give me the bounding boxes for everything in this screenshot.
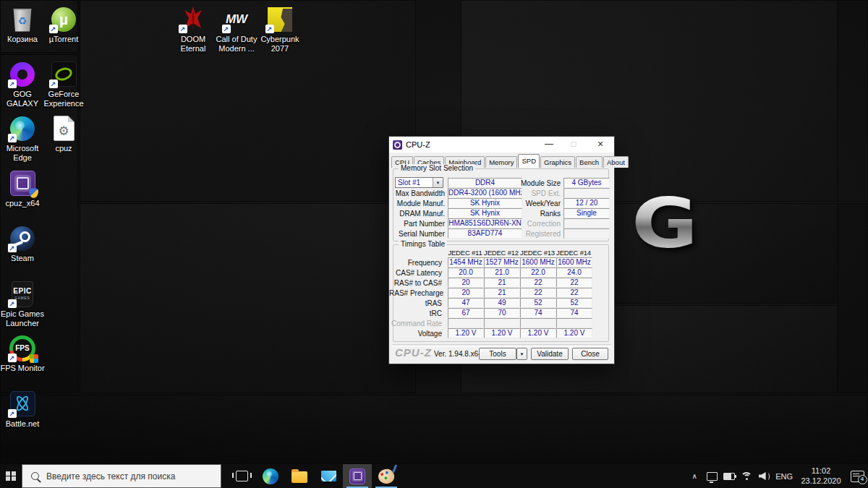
tools-dropdown-button[interactable]: ▼ — [516, 348, 527, 360]
tab-graphics[interactable]: Graphics — [540, 156, 575, 168]
action-center-button[interactable]: 4 — [849, 471, 865, 482]
desktop-icon-cyberpunk-2077[interactable]: ↗ Cyberpunk 2077 — [258, 6, 302, 53]
chevron-down-icon[interactable]: ▼ — [433, 178, 443, 187]
clock[interactable]: 11:02 23.12.2020 — [799, 466, 843, 487]
taskbar-cpuz-button[interactable] — [343, 464, 372, 488]
tab-spd[interactable]: SPD — [518, 154, 540, 168]
clock-date: 23.12.2020 — [799, 476, 843, 487]
desktop-icon-geforce-experience[interactable]: ↗ GeForce Experience — [41, 61, 86, 108]
column-header: JEDEC #11 — [448, 249, 482, 257]
correction-field — [563, 218, 610, 228]
timing-cell: 1600 MHz — [520, 257, 556, 267]
field-label: Correction — [519, 219, 561, 228]
icon-label: DOOM Eternal — [171, 35, 216, 53]
task-view-button[interactable] — [227, 464, 256, 488]
desktop-icon-fps-monitor[interactable]: FPS↗ FPS Monitor — [0, 335, 45, 373]
folder-icon — [292, 471, 307, 483]
shortcut-arrow-icon: ↗ — [8, 409, 17, 418]
minimize-button[interactable]: — — [539, 137, 559, 152]
language-indicator[interactable]: ENG — [775, 472, 793, 481]
timing-cell: 22 — [556, 288, 592, 298]
volume-icon[interactable] — [758, 471, 770, 482]
desktop-icon-recycle-bin[interactable]: ♻ Корзина — [0, 6, 45, 44]
version-text: Ver. 1.94.8.x64 — [434, 350, 482, 358]
icon-label: GeForce Experience — [41, 90, 86, 108]
timing-cell: 22 — [520, 278, 556, 288]
icon-label: GOG GALAXY — [0, 90, 45, 108]
desktop-icon-gog-galaxy[interactable]: ↗ GOG GALAXY — [0, 61, 45, 108]
desktop-icon-microsoft-edge[interactable]: ↗ Microsoft Edge — [0, 115, 45, 163]
wallpaper-panel — [80, 203, 416, 393]
shortcut-arrow-icon: ↗ — [49, 25, 58, 33]
display-sync-icon[interactable] — [706, 471, 718, 482]
icon-label: Microsoft Edge — [0, 144, 45, 163]
desktop-icon-cod-mw[interactable]: MW↗ Call of Duty Modern ... — [214, 6, 259, 53]
desktop-icon-cpuz-file[interactable]: ⚙ cpuz — [41, 115, 86, 153]
timing-cell: 1527 MHz — [484, 257, 520, 267]
close-button[interactable]: × — [590, 137, 610, 152]
system-tray: ∧ ENG 11:02 23.12.2020 4 — [689, 464, 865, 488]
shortcut-arrow-icon: ↗ — [8, 354, 17, 362]
cpuz-chip-icon — [349, 468, 365, 484]
cpuz-window: CPU-Z — □ × CPU Caches Mainboard Memory … — [388, 136, 615, 364]
start-button[interactable] — [0, 464, 22, 488]
desktop-icon-epic-games[interactable]: EPICGAMES↗ Epic Games Launcher — [0, 281, 45, 328]
week-year-field: 12 / 20 — [563, 198, 610, 208]
taskbar-mail-button[interactable] — [314, 464, 343, 488]
taskbar-paint-button[interactable] — [372, 464, 401, 488]
maximize-button: □ — [563, 137, 584, 152]
desktop-icon-cpuz-x64[interactable]: cpuz_x64 — [0, 170, 45, 208]
taskbar-explorer-button[interactable] — [285, 464, 314, 488]
column-header: JEDEC #12 — [484, 249, 519, 257]
timing-cell: 70 — [484, 308, 520, 318]
taskbar-edge-button[interactable] — [256, 464, 285, 488]
field-label: Module Size — [519, 179, 561, 188]
icon-label: Battle.net — [6, 419, 39, 429]
windows-logo-icon — [6, 471, 16, 481]
timing-cell: 74 — [556, 308, 592, 318]
battery-icon[interactable] — [723, 471, 735, 482]
desktop-icon-utorrent[interactable]: µ↗ µTorrent — [41, 6, 86, 44]
row-label: CAS# Latency — [389, 268, 442, 278]
shortcut-arrow-icon: ↗ — [8, 134, 17, 142]
timing-cell — [556, 318, 592, 328]
desktop-icon-battle-net[interactable]: ↗ Battle.net — [0, 390, 45, 429]
recycle-bin-icon: ♻ — [12, 7, 33, 32]
timing-cell: 20 — [448, 278, 484, 288]
shortcut-arrow-icon: ↗ — [222, 25, 231, 33]
field-label: Serial Number — [389, 229, 445, 239]
tray-overflow-chevron-icon[interactable]: ∧ — [689, 471, 700, 482]
max-bandwidth-field: DDR4-3200 (1600 MHz) — [448, 188, 522, 198]
task-view-icon — [236, 471, 248, 481]
tab-bench[interactable]: Bench — [576, 156, 603, 168]
shortcut-arrow-icon: ↗ — [265, 25, 274, 33]
row-label: Command Rate — [389, 319, 442, 328]
slot-selector[interactable]: Slot #1 ▼ — [395, 177, 443, 188]
field-label: Ranks — [519, 209, 561, 218]
edge-icon — [263, 468, 278, 484]
close-window-button[interactable]: Close — [572, 348, 608, 360]
groupbox-legend: Timings Table — [399, 240, 447, 248]
timing-cell — [484, 318, 520, 328]
tools-button[interactable]: Tools — [479, 348, 516, 360]
window-title: CPU-Z — [406, 140, 430, 149]
wifi-icon[interactable] — [741, 471, 752, 482]
timing-cell: 52 — [520, 298, 556, 308]
field-label: Part Number — [389, 219, 445, 228]
row-label: tRAS — [389, 299, 442, 308]
uac-shield-icon — [29, 188, 38, 198]
taskbar-search-input[interactable]: Введите здесь текст для поиска — [22, 464, 221, 488]
registered-field — [563, 228, 610, 239]
notification-icon: 4 — [851, 471, 864, 482]
tab-memory[interactable]: Memory — [485, 156, 517, 168]
shortcut-arrow-icon: ↗ — [179, 25, 187, 33]
desktop-icon-doom-eternal[interactable]: ↗ DOOM Eternal — [171, 6, 216, 53]
title-bar[interactable]: CPU-Z — □ × — [389, 137, 614, 153]
timing-cell: 22 — [520, 288, 556, 298]
validate-button[interactable]: Validate — [531, 348, 569, 360]
timing-cell: 21 — [484, 278, 520, 288]
shortcut-arrow-icon: ↗ — [8, 244, 17, 252]
tab-about[interactable]: About — [603, 156, 629, 168]
wallpaper-panel — [0, 395, 868, 464]
desktop-icon-steam[interactable]: ↗ Steam — [0, 225, 45, 263]
